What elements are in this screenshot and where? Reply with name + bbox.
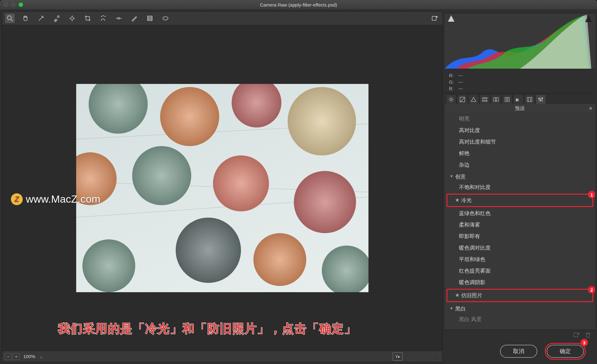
zoom-tool[interactable]: [5, 14, 15, 23]
preset-item[interactable]: 鲜艳: [448, 148, 592, 159]
right-panel: R:--- G:--- B:--- fx 预设 ≡ 明亮 高对比度 高对比度和细…: [445, 11, 595, 362]
white-balance-tool[interactable]: [36, 14, 46, 23]
titlebar: Camera Raw (apply-filter-effects.psd): [0, 0, 597, 9]
panel-footer: [445, 330, 595, 340]
svg-rect-27: [508, 97, 509, 101]
preset-group-creative[interactable]: 创意: [448, 171, 592, 182]
svg-point-11: [118, 17, 120, 19]
minimize-window[interactable]: [11, 2, 16, 7]
svg-rect-23: [483, 100, 487, 101]
preset-item[interactable]: 平坦和绿色: [448, 254, 592, 265]
window-controls: [4, 2, 23, 7]
copy-settings-icon[interactable]: [421, 352, 429, 361]
svg-point-3: [71, 17, 73, 20]
panel-tabs: fx: [445, 93, 595, 104]
top-toolbar: [2, 12, 442, 25]
panel-title-bar: 预设 ≡: [445, 104, 595, 113]
svg-point-8: [101, 16, 102, 16]
panel-menu-icon[interactable]: ≡: [589, 106, 592, 111]
tab-split-icon[interactable]: [491, 94, 501, 104]
svg-point-10: [105, 16, 105, 16]
svg-line-1: [11, 19, 13, 21]
radial-tool[interactable]: [161, 14, 170, 23]
tab-presets-icon[interactable]: [535, 94, 546, 104]
watermark: Z www.MacZ.com: [11, 193, 100, 205]
swap-icon[interactable]: [410, 352, 418, 361]
preset-item[interactable]: 暖色调阴影: [448, 277, 592, 288]
callout-3: 3: [581, 339, 588, 346]
svg-rect-29: [527, 97, 532, 101]
svg-rect-24: [494, 98, 496, 101]
annotation-overlay: 我们采用的是「冷光」和「防旧照片」，点击「确定」: [58, 321, 357, 337]
svg-point-18: [163, 16, 168, 20]
alignment-tool[interactable]: [114, 14, 123, 23]
preset-item[interactable]: 黑白 风景: [448, 314, 592, 325]
callout-2: 2: [588, 286, 595, 293]
zoom-in-button[interactable]: +: [13, 353, 20, 360]
svg-rect-25: [496, 98, 498, 101]
histogram[interactable]: [445, 13, 595, 69]
color-sampler-tool[interactable]: [52, 14, 61, 23]
tab-detail-icon[interactable]: [468, 94, 479, 104]
preset-list[interactable]: 明亮 高对比度 高对比度和细节 鲜艳 杂边 创意 不饱和对比度 冷光 1 蓝绿色…: [445, 113, 595, 330]
window-title: Camera Raw (apply-filter-effects.psd): [0, 2, 597, 7]
tab-hsl-icon[interactable]: [479, 94, 490, 104]
bottom-bar: − + 100% ⌄ Y▸: [2, 351, 442, 362]
tab-curve-icon[interactable]: [457, 94, 468, 104]
brush-tool[interactable]: [130, 14, 139, 23]
cancel-button[interactable]: 取消: [500, 345, 537, 358]
rgb-readout: R:--- G:--- B:---: [445, 71, 595, 93]
preset-item[interactable]: 柔和薄雾: [448, 219, 592, 231]
zoom-dropdown-icon[interactable]: ⌄: [39, 354, 43, 359]
svg-point-9: [103, 15, 104, 16]
tab-basic-icon[interactable]: [446, 94, 456, 104]
preset-group-bw[interactable]: 黑白: [448, 303, 592, 314]
preset-item[interactable]: 蓝绿色和红色: [448, 208, 592, 219]
svg-text:fx: fx: [516, 98, 519, 102]
spot-removal-tool[interactable]: [99, 14, 108, 23]
preset-item[interactable]: 不饱和对比度: [448, 182, 592, 193]
svg-rect-22: [483, 98, 487, 99]
preset-item[interactable]: 即影即有: [448, 231, 592, 242]
filmstrip-controls: [410, 352, 440, 361]
hand-tool[interactable]: [21, 14, 30, 23]
close-window[interactable]: [4, 2, 8, 7]
svg-point-2: [58, 16, 59, 17]
watermark-badge: Z: [11, 193, 23, 205]
svg-point-20: [450, 98, 452, 100]
ok-button[interactable]: 确定: [547, 345, 584, 358]
preset-item[interactable]: 红色提亮雾面: [448, 265, 592, 277]
export-icon[interactable]: [430, 14, 439, 23]
image-canvas[interactable]: Z www.MacZ.com 我们采用的是「冷光」和「防旧照片」，点击「确定」: [2, 25, 442, 351]
sliders-icon[interactable]: [432, 352, 440, 361]
svg-point-0: [7, 16, 12, 20]
tab-lens-icon[interactable]: [502, 94, 512, 104]
crop-tool[interactable]: [83, 14, 92, 23]
preview-image: [76, 84, 368, 292]
svg-rect-19: [432, 16, 436, 20]
gradient-tool[interactable]: [145, 14, 155, 23]
preset-item[interactable]: 杂边: [448, 159, 592, 171]
preset-item[interactable]: 暖色调对比度: [448, 242, 592, 254]
targeted-adjust-tool[interactable]: [67, 14, 77, 23]
before-after-toggle[interactable]: Y▸: [393, 352, 403, 361]
preset-item[interactable]: 明亮: [448, 113, 592, 125]
preset-cold-light[interactable]: 冷光: [447, 195, 592, 206]
svg-point-35: [539, 98, 539, 99]
zoom-window[interactable]: [19, 2, 23, 7]
svg-point-36: [540, 99, 541, 100]
svg-rect-38: [574, 333, 578, 337]
preset-item[interactable]: 高对比度和细节: [448, 136, 592, 148]
delete-preset-icon[interactable]: [585, 332, 591, 339]
zoom-level[interactable]: 100%: [23, 354, 35, 359]
new-preset-icon[interactable]: [573, 332, 580, 339]
watermark-text: www.MacZ.com: [26, 193, 100, 205]
preset-aged-photo[interactable]: 仿旧照片: [447, 290, 592, 301]
editor-pane: Z www.MacZ.com 我们采用的是「冷光」和「防旧照片」，点击「确定」 …: [2, 11, 443, 362]
preset-item[interactable]: 高对比度: [448, 125, 592, 136]
tab-fx-icon[interactable]: fx: [513, 94, 524, 104]
dialog-buttons: 取消 确定 3: [445, 340, 595, 362]
tab-calibration-icon[interactable]: [524, 94, 535, 104]
callout-1: 1: [588, 191, 595, 198]
zoom-out-button[interactable]: −: [5, 353, 12, 360]
